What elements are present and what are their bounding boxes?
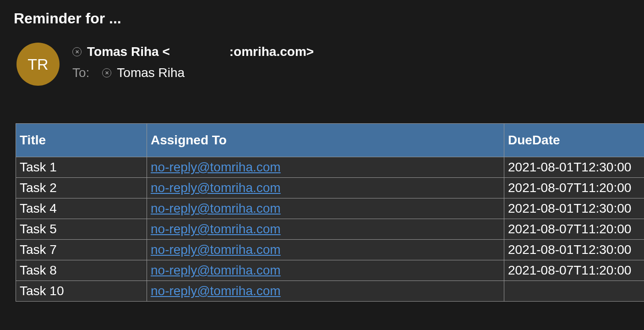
- email-subject: Reminder for ...: [0, 0, 644, 27]
- table-row: Task 10 no-reply@tomriha.com: [16, 281, 644, 302]
- from-domain-fragment: :omriha.com>: [229, 44, 314, 59]
- from-name: Tomas Riha <: [87, 44, 170, 59]
- cell-assigned: no-reply@tomriha.com: [147, 157, 504, 178]
- cell-due: 2021-08-01T12:30:00: [504, 240, 644, 260]
- col-header-due: DueDate: [504, 124, 644, 157]
- cell-title: Task 1: [16, 157, 147, 178]
- assigned-email-link[interactable]: no-reply@tomriha.com: [151, 181, 281, 195]
- table-row: Task 4 no-reply@tomriha.com 2021-08-01T1…: [16, 198, 644, 219]
- table-row: Task 2 no-reply@tomriha.com 2021-08-07T1…: [16, 178, 644, 198]
- cell-due: 2021-08-01T12:30:00: [504, 157, 644, 178]
- assigned-email-link[interactable]: no-reply@tomriha.com: [151, 284, 281, 298]
- cell-assigned: no-reply@tomriha.com: [147, 281, 504, 302]
- remove-recipient-icon[interactable]: [102, 68, 111, 77]
- assigned-email-link[interactable]: no-reply@tomriha.com: [151, 263, 281, 277]
- remove-sender-icon[interactable]: [72, 47, 82, 56]
- table-row: Task 7 no-reply@tomriha.com 2021-08-01T1…: [16, 240, 644, 260]
- cell-title: Task 7: [16, 240, 147, 260]
- to-row: To: Tomas Riha: [72, 66, 314, 80]
- cell-title: Task 2: [16, 178, 147, 198]
- email-meta: Tomas Riha < :omriha.com> To: Tomas Riha: [72, 43, 314, 80]
- cell-assigned: no-reply@tomriha.com: [147, 198, 504, 219]
- cell-due: 2021-08-07T11:20:00: [504, 260, 644, 281]
- task-table-body: Task 1 no-reply@tomriha.com 2021-08-01T1…: [16, 157, 644, 302]
- col-header-assigned: Assigned To: [147, 124, 504, 157]
- col-header-title: Title: [16, 124, 147, 157]
- cell-due: 2021-08-07T11:20:00: [504, 219, 644, 240]
- avatar: TR: [16, 43, 60, 86]
- from-row: Tomas Riha < :omriha.com>: [72, 44, 314, 59]
- email-header: TR Tomas Riha < :omriha.com> To: Tomas R…: [0, 27, 644, 86]
- cell-assigned: no-reply@tomriha.com: [147, 240, 504, 260]
- task-table: Title Assigned To DueDate Task 1 no-repl…: [16, 123, 644, 302]
- cell-title: Task 8: [16, 260, 147, 281]
- assigned-email-link[interactable]: no-reply@tomriha.com: [151, 242, 281, 257]
- cell-assigned: no-reply@tomriha.com: [147, 178, 504, 198]
- assigned-email-link[interactable]: no-reply@tomriha.com: [151, 222, 281, 236]
- to-name: Tomas Riha: [117, 66, 185, 80]
- cell-title: Task 5: [16, 219, 147, 240]
- cell-due: 2021-08-01T12:30:00: [504, 198, 644, 219]
- cell-title: Task 10: [16, 281, 147, 302]
- cell-due: [504, 281, 644, 302]
- table-header-row: Title Assigned To DueDate: [16, 124, 644, 157]
- to-label: To:: [72, 66, 89, 80]
- assigned-email-link[interactable]: no-reply@tomriha.com: [151, 201, 281, 215]
- table-row: Task 8 no-reply@tomriha.com 2021-08-07T1…: [16, 260, 644, 281]
- table-row: Task 5 no-reply@tomriha.com 2021-08-07T1…: [16, 219, 644, 240]
- cell-due: 2021-08-07T11:20:00: [504, 178, 644, 198]
- cell-title: Task 4: [16, 198, 147, 219]
- cell-assigned: no-reply@tomriha.com: [147, 260, 504, 281]
- task-table-wrap: Title Assigned To DueDate Task 1 no-repl…: [0, 86, 644, 302]
- assigned-email-link[interactable]: no-reply@tomriha.com: [151, 160, 281, 174]
- cell-assigned: no-reply@tomriha.com: [147, 219, 504, 240]
- table-row: Task 1 no-reply@tomriha.com 2021-08-01T1…: [16, 157, 644, 178]
